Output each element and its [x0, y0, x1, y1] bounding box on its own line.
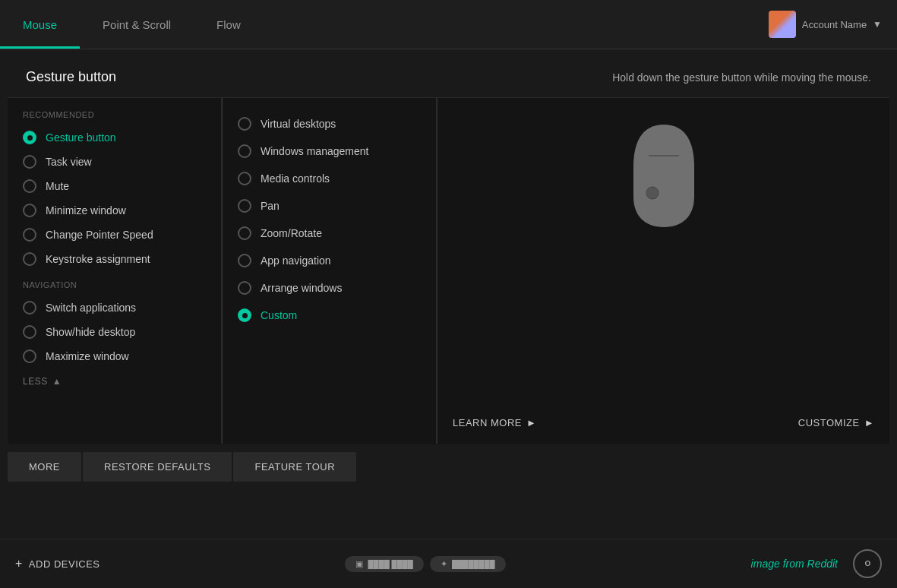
- radio-switch-applications: [23, 301, 36, 315]
- list-item-task-view[interactable]: Task view: [8, 150, 221, 174]
- chevron-right-icon: ►: [526, 417, 536, 428]
- list-item-change-pointer-speed[interactable]: Change Pointer Speed: [8, 223, 221, 247]
- account-name-label: Account Name: [802, 19, 867, 30]
- reddit-label: image from Reddit: [751, 558, 838, 570]
- svg-rect-1: [649, 155, 679, 156]
- main-content-area: Gesture button Hold down the gesture but…: [8, 57, 889, 444]
- radio-zoom-rotate: [238, 226, 251, 240]
- mid-item-windows-management[interactable]: Windows management: [223, 138, 436, 165]
- tab-mouse[interactable]: Mouse: [0, 0, 80, 49]
- footer-center: ▣ ████ ████ ✦ ████████: [99, 556, 750, 572]
- mid-item-zoom-rotate[interactable]: Zoom/Rotate: [223, 220, 436, 247]
- chevron-down-icon: ▼: [873, 19, 882, 30]
- bottom-toolbar: MORE RESTORE DEFAULTS FEATURE TOUR: [0, 444, 897, 489]
- radio-task-view: [23, 155, 36, 169]
- mouse-graphic: [626, 121, 702, 231]
- list-item-gesture-button[interactable]: Gesture button: [8, 125, 221, 150]
- right-actions: LEARN MORE ► CUSTOMIZE ►: [453, 417, 874, 428]
- navigation-label: NAVIGATION: [8, 280, 221, 296]
- footer-pill-device: ✦ ████████: [430, 556, 506, 572]
- add-devices-button[interactable]: + ADD DEVICES: [15, 557, 99, 571]
- more-button[interactable]: MORE: [8, 452, 81, 482]
- mid-item-app-navigation[interactable]: App navigation: [223, 247, 436, 274]
- user-icon[interactable]: ⚬: [853, 549, 882, 578]
- list-item-show-hide-desktop[interactable]: Show/hide desktop: [8, 320, 221, 344]
- list-item-maximize-window[interactable]: Maximize window: [8, 344, 221, 368]
- radio-mute: [23, 179, 36, 193]
- radio-media-controls: [238, 172, 251, 185]
- svg-point-0: [646, 187, 659, 199]
- radio-maximize-window: [23, 349, 36, 363]
- gesture-title: Gesture button: [26, 69, 116, 85]
- tab-point-scroll[interactable]: Point & Scroll: [80, 0, 194, 49]
- radio-change-pointer-speed: [23, 228, 36, 242]
- list-item-keystroke-assignment[interactable]: Keystroke assignment: [8, 247, 221, 271]
- list-item-minimize-window[interactable]: Minimize window: [8, 198, 221, 223]
- radio-minimize-window: [23, 204, 36, 217]
- footer: + ADD DEVICES ▣ ████ ████ ✦ ████████ ima…: [0, 539, 897, 588]
- radio-app-navigation: [238, 254, 251, 267]
- gesture-hint: Hold down the gesture button while movin…: [612, 71, 871, 84]
- feature-tour-button[interactable]: FEATURE TOUR: [233, 452, 356, 482]
- radio-arrange-windows: [238, 281, 251, 295]
- less-button[interactable]: LESS ▲: [8, 368, 221, 394]
- right-column: LEARN MORE ► CUSTOMIZE ►: [437, 98, 889, 444]
- footer-pill-battery: ▣ ████ ████: [345, 556, 423, 572]
- nav-right-area: Account Name ▼: [769, 0, 897, 49]
- top-navigation: Mouse Point & Scroll Flow Account Name ▼: [0, 0, 897, 49]
- radio-keystroke-assignment: [23, 252, 36, 266]
- learn-more-button[interactable]: LEARN MORE ►: [453, 417, 536, 428]
- mid-item-pan[interactable]: Pan: [223, 192, 436, 220]
- restore-defaults-button[interactable]: RESTORE DEFAULTS: [83, 452, 232, 482]
- mid-item-custom[interactable]: Custom: [223, 302, 436, 329]
- radio-gesture-button: [23, 131, 36, 144]
- mid-item-arrange-windows[interactable]: Arrange windows: [223, 274, 436, 302]
- list-item-mute[interactable]: Mute: [8, 174, 221, 198]
- mid-item-media-controls[interactable]: Media controls: [223, 165, 436, 192]
- radio-custom: [238, 308, 251, 322]
- radio-show-hide-desktop: [23, 325, 36, 339]
- recommended-label: RECOMMENDED: [8, 110, 221, 125]
- columns-container: RECOMMENDED Gesture button Task view Mut…: [8, 98, 889, 444]
- mid-item-virtual-desktops[interactable]: Virtual desktops: [223, 110, 436, 138]
- customize-button[interactable]: CUSTOMIZE ►: [798, 417, 874, 428]
- middle-column: Virtual desktops Windows management Medi…: [223, 98, 437, 444]
- gesture-header: Gesture button Hold down the gesture but…: [8, 57, 889, 98]
- plus-icon: +: [15, 557, 23, 571]
- footer-right: image from Reddit ⚬: [751, 549, 882, 578]
- radio-pan: [238, 199, 251, 213]
- chevron-right-icon-2: ►: [864, 417, 874, 428]
- chevron-up-icon: ▲: [52, 376, 62, 387]
- left-column: RECOMMENDED Gesture button Task view Mut…: [8, 98, 222, 444]
- avatar: [769, 11, 796, 38]
- list-item-switch-applications[interactable]: Switch applications: [8, 296, 221, 320]
- tab-flow[interactable]: Flow: [194, 0, 264, 49]
- battery-icon: ▣: [355, 559, 363, 569]
- account-block[interactable]: Account Name ▼: [769, 11, 882, 38]
- radio-virtual-desktops: [238, 117, 251, 131]
- radio-windows-management: [238, 144, 251, 158]
- logi-icon: ✦: [441, 559, 447, 569]
